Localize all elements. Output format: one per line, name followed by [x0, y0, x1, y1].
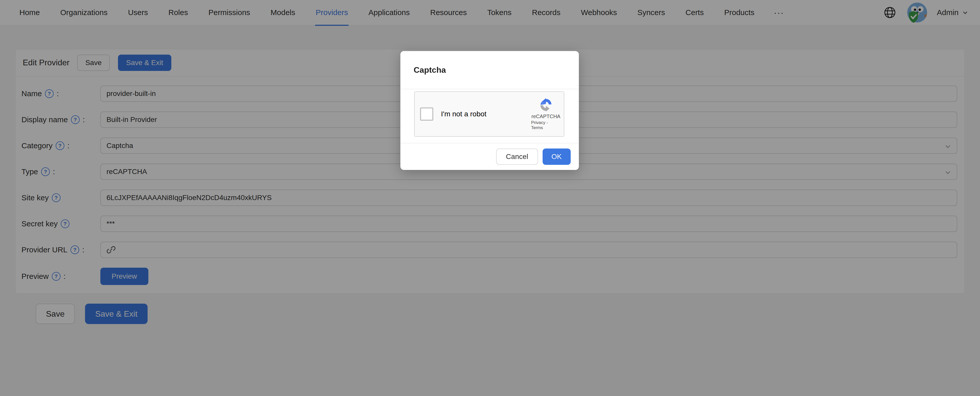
modal-footer: Cancel OK [400, 143, 579, 170]
recaptcha-brand-name: reCAPTCHA [531, 114, 560, 119]
recaptcha-logo-icon [539, 97, 553, 112]
modal-header: Captcha [400, 51, 579, 89]
ok-button[interactable]: OK [542, 149, 571, 165]
modal-title: Captcha [414, 65, 446, 75]
captcha-modal: Captcha I'm not a robot reCAPTCHA Privac… [400, 51, 579, 170]
recaptcha-checkbox[interactable] [420, 108, 433, 121]
recaptcha-privacy-terms[interactable]: Privacy - Terms [531, 120, 561, 130]
recaptcha-widget: I'm not a robot reCAPTCHA Privacy - Term… [414, 91, 564, 137]
recaptcha-label: I'm not a robot [441, 110, 487, 118]
recaptcha-brand: reCAPTCHA Privacy - Terms [531, 97, 561, 130]
modal-body: I'm not a robot reCAPTCHA Privacy - Term… [400, 89, 579, 137]
cancel-button[interactable]: Cancel [496, 149, 538, 165]
